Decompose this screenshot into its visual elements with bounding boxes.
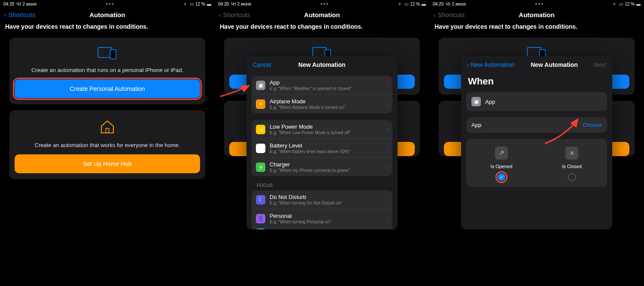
devices-icon [15,45,200,63]
chevron-right-icon: › [386,126,388,132]
svg-rect-0 [98,48,112,57]
row-icon: ✈ [256,99,265,109]
battery-icon: ▬ [636,2,641,6]
modal-header: Cancel New Automation [246,56,398,73]
app-icon: ▣ [471,97,481,106]
row-title: Charger [270,161,386,168]
home-automation-card: Create an automation that works for ever… [9,110,205,179]
row-icon: ⚡ [256,163,265,172]
trigger-row-airplane-mode[interactable]: ✈Airplane ModeE.g. "When Airplane Mode i… [252,95,392,113]
back-shortcuts: ‹ Shortcuts [219,11,250,18]
row-icon: 👤 [256,214,265,223]
nav-bar: ‹ Shortcuts Automation [0,8,215,21]
row-sub: E.g. "When "Weather" is opened or closed… [270,86,386,91]
panel-2: 04:20 Чт 2 июня ••• ᯤ▭12 %▬ ‹ Shortcuts … [215,0,429,286]
modal-title: New Automation [515,61,594,68]
trigger-row-personal[interactable]: 👤PersonalE.g. "When turning Personal on"… [252,209,392,228]
nav-bar: ‹ Shortcuts Automation [429,8,644,21]
open-close-options: Is Opened ✓ Is Closed [466,139,607,187]
battery-outline-icon: ▭ [619,2,623,6]
battery-outline-icon: ▭ [190,2,194,6]
radio-closed[interactable] [568,173,576,181]
chevron-left-icon: ‹ [219,11,221,18]
app-trigger-modal: ‹ New Automation New Automation Next Whe… [461,56,612,229]
row-title: Personal [270,213,386,219]
trigger-row-app[interactable]: ▣AppE.g. "When "Weather" is opened or cl… [252,76,392,95]
chevron-right-icon: › [386,145,388,151]
trigger-list-focus: ☾Do Not DisturbE.g. "When turning Do Not… [252,190,392,229]
row-title: Battery Level [270,142,386,149]
chevron-right-icon: › [386,82,388,88]
chevron-right-icon: › [386,197,388,203]
app-field-label: App [471,122,583,128]
choose-button[interactable]: Choose [583,122,602,128]
when-heading: When [461,73,612,92]
panel-3: 04:20 Чт 2 июня ••• ᯤ▭12 %▬ ‹ Shortcuts … [429,0,644,286]
chevron-left-icon: ‹ [467,61,469,68]
new-automation-modal: Cancel New Automation ▣AppE.g. "When "We… [246,56,398,229]
personal-automation-card: Create an automation that runs on a pers… [9,38,205,104]
focus-section-label: FOCUS [257,183,398,188]
trigger-row-battery-level[interactable]: ▬Battery LevelE.g. "When battery level r… [252,139,392,158]
home-icon [15,118,200,138]
battery-icon: ▬ [422,2,426,6]
nav-bar: ‹ Shortcuts Automation [215,8,429,21]
back-shortcuts[interactable]: ‹ Shortcuts [4,11,36,18]
chevron-right-icon: › [386,164,388,170]
back-shortcuts: ‹ Shortcuts [434,11,465,18]
row-icon: ▬ [256,144,265,153]
more-icon: ••• [251,0,398,7]
when-app-label: App [485,99,495,105]
trigger-list-power: ▭Low Power ModeE.g. "When Low Power Mode… [252,120,392,176]
trigger-list-device: ▣AppE.g. "When "Weather" is opened or cl… [252,76,392,113]
card-desc: Create an automation that works for ever… [15,142,200,148]
back-button[interactable]: ‹ New Automation [467,61,515,68]
create-personal-automation-button[interactable]: Create Personal Automation [15,79,200,98]
row-sub: E.g. "When battery level rises above 50%… [270,149,386,154]
svg-rect-2 [106,129,109,133]
option-is-opened[interactable]: Is Opened ✓ [466,147,537,181]
page-subheader: Have your devices react to changes in co… [215,21,429,34]
row-title: Do Not Disturb [270,194,386,200]
page-subheader: Have your devices react to changes in co… [0,21,215,34]
close-icon [565,147,578,160]
trigger-row-charger[interactable]: ⚡ChargerE.g. "When my iPhone connects to… [252,158,392,176]
card-desc: Create an automation that runs on a pers… [15,67,200,73]
panel-1: 04:20 Чт 2 июня ••• ᯤ ▭ 12 % ▬ ‹ Shortcu… [0,0,215,286]
svg-rect-1 [110,50,116,59]
modal-header: ‹ New Automation New Automation Next [461,56,612,73]
row-title: Airplane Mode [270,98,386,105]
open-icon [495,147,508,160]
chevron-left-icon: ‹ [434,11,436,18]
setup-home-hub-button[interactable]: Set Up Home Hub [15,154,200,173]
app-choose-row[interactable]: App Choose [466,117,607,133]
battery-outline-icon: ▭ [404,2,408,6]
status-time: 04:20 [3,2,14,6]
wifi-icon: ᯤ [398,2,403,6]
wifi-icon: ᯤ [613,2,617,6]
row-title: App [270,79,386,86]
trigger-row-do-not-disturb[interactable]: ☾Do Not DisturbE.g. "When turning Do Not… [252,190,392,209]
row-icon: ▭ [256,125,265,134]
more-icon: ••• [36,0,184,7]
next-button[interactable]: Next [594,61,606,68]
chevron-left-icon: ‹ [4,11,6,18]
status-bar: 04:20 Чт 2 июня ••• ᯤ ▭ 12 % ▬ [0,0,215,8]
modal-title: New Automation [271,61,373,68]
row-icon [256,229,265,229]
row-icon: ▣ [256,81,265,90]
row-sub: E.g. "When turning Personal on" [270,220,386,224]
page-subheader: Have your devices react to changes in co… [429,21,644,34]
trigger-row-low-power-mode[interactable]: ▭Low Power ModeE.g. "When Low Power Mode… [252,120,392,139]
when-app-row: ▣ App [466,92,607,111]
row-sub: E.g. "When my iPhone connects to power" [270,168,386,173]
option-is-closed[interactable]: Is Closed [537,147,607,181]
cancel-button[interactable]: Cancel [252,61,271,68]
status-bar: 04:20 Чт 2 июня ••• ᯤ▭12 %▬ [429,0,644,8]
battery-icon: ▬ [207,2,211,6]
wifi-icon: ᯤ [184,2,188,6]
radio-opened[interactable]: ✓ [498,173,505,181]
chevron-right-icon: › [386,216,388,222]
battery-pct: 12 % [195,2,205,6]
trigger-row-work[interactable]: Work [252,228,392,229]
